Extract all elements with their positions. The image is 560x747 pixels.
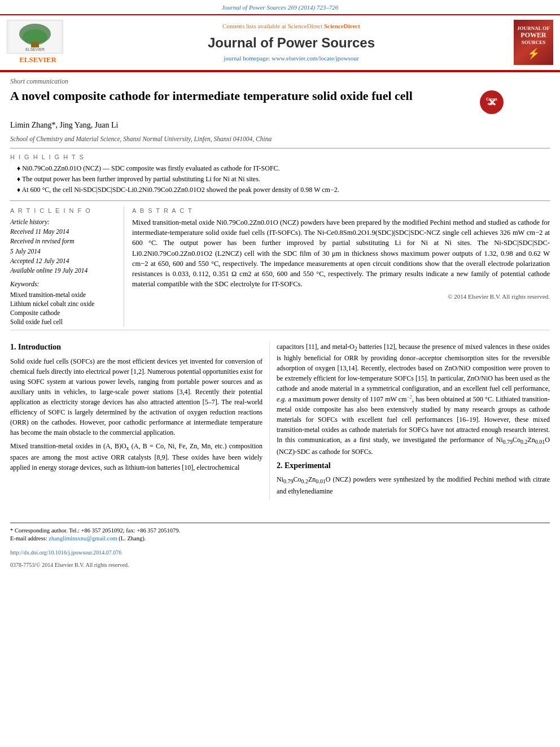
right-para-1: capacitors [11], and metal-O2 batteries … — [277, 342, 550, 457]
journal-reference-bar: Journal of Power Sources 269 (2014) 723–… — [0, 0, 560, 14]
email-label: E-mail address: — [10, 535, 47, 541]
highlight-item-1: Ni0.79Co0.2Zn0.01O (NCZ) — SDC composite… — [10, 164, 550, 173]
accepted-date: Accepted 12 July 2014 — [10, 256, 116, 265]
svg-text:Cross: Cross — [486, 97, 497, 101]
experimental-heading: 2. Experimental — [277, 460, 550, 471]
elsevier-logo-section: ELSEVIER ELSEVIER — [7, 20, 69, 65]
intro-paragraph-1: Solid oxide fuel cells (SOFCs) are the m… — [10, 356, 262, 438]
highlights-section: H I G H L I G H T S Ni0.79Co0.2Zn0.01O (… — [0, 148, 560, 200]
body-section: 1. Introduction Solid oxide fuel cells (… — [0, 334, 560, 500]
right-body-column: capacitors [11], and metal-O2 batteries … — [270, 342, 560, 500]
journal-header: ELSEVIER ELSEVIER Contents lists availab… — [0, 14, 560, 70]
svg-text:ELSEVIER: ELSEVIER — [25, 47, 45, 51]
article-title: A novel composite cathode for intermedia… — [10, 88, 473, 104]
corresponding-text: * Corresponding author. Tel.: +86 357 20… — [10, 527, 550, 535]
crossmark-badge: ✕ Cross Mark — [480, 90, 504, 114]
abstract-column: A B S T R A C T Mixed transition-metal o… — [124, 207, 560, 326]
article-info-column: A R T I C L E I N F O Article history: R… — [0, 207, 124, 326]
email-line: E-mail address: zhangliminsxnu@gmail.com… — [10, 535, 550, 543]
intro-heading: 1. Introduction — [10, 342, 262, 353]
crossmark-icon: ✕ Cross Mark — [480, 90, 504, 114]
sciencedirect-text: Contents lists available at ScienceDirec… — [76, 22, 507, 30]
email-link[interactable]: zhangliminsxnu@gmail.com — [49, 535, 117, 541]
journal-logo-image: JOURNAL OF POWER SOURCES ⚡ — [514, 20, 553, 65]
authors: Limin Zhang*, Jing Yang, Juan Li — [0, 117, 560, 133]
keyword-2: Lithium nickel cobalt zinc oxide — [10, 299, 116, 308]
experimental-para-1: Ni0.79Co0.2Zn0.01O (NCZ) powders were sy… — [277, 474, 550, 496]
copyright-notice: © 2014 Elsevier B.V. All rights reserved… — [132, 292, 550, 301]
article-info-label: A R T I C L E I N F O — [10, 207, 116, 215]
highlight-item-3: At 600 °C, the cell Ni-SDC|SDC|SDC-Li0.2… — [10, 185, 550, 195]
journal-reference-text: Journal of Power Sources 269 (2014) 723–… — [222, 4, 339, 11]
sciencedirect-brand: ScienceDirect — [324, 23, 360, 29]
article-history: Article history: Received 11 May 2014 Re… — [10, 217, 116, 275]
corresponding-author: * Corresponding author. Tel.: +86 357 20… — [10, 523, 550, 547]
article-info-abstract-section: A R T I C L E I N F O Article history: R… — [0, 201, 560, 326]
svg-text:Mark: Mark — [488, 102, 496, 106]
journal-name: Journal of Power Sources — [76, 33, 507, 53]
history-label: Article history: — [10, 217, 116, 226]
journal-logo: JOURNAL OF POWER SOURCES ⚡ — [514, 20, 553, 65]
affiliation: School of Chemistry and Material Science… — [0, 133, 560, 148]
keywords-section: Keywords: Mixed transition-metal oxide L… — [10, 279, 116, 326]
highlights-list: Ni0.79Co0.2Zn0.01O (NCZ) — SDC composite… — [10, 164, 550, 194]
doi-link[interactable]: http://dx.doi.org/10.1016/j.jpowsour.201… — [10, 549, 121, 556]
elsevier-wordmark: ELSEVIER — [7, 55, 69, 65]
footer-issn: 0378-7753/© 2014 Elsevier B.V. All right… — [0, 559, 560, 571]
available-date: Available online 19 July 2014 — [10, 266, 116, 275]
keyword-3: Composite cathode — [10, 308, 116, 317]
elsevier-image: ELSEVIER — [7, 20, 63, 54]
footer-doi: http://dx.doi.org/10.1016/j.jpowsour.201… — [0, 547, 560, 559]
received-date: Received 11 May 2014 — [10, 227, 116, 236]
divider-after-abstract — [10, 330, 550, 330]
svg-rect-3 — [31, 42, 39, 47]
abstract-label: A B S T R A C T — [132, 207, 550, 215]
intro-paragraph-2: Mixed transition-metal oxides in (A, B)O… — [10, 441, 262, 473]
abstract-text: Mixed transition-metal oxide Ni0.79Co0.2… — [132, 217, 550, 289]
email-who: (L. Zhang). — [119, 535, 146, 541]
keywords-label: Keywords: — [10, 279, 116, 289]
keyword-4: Solid oxide fuel cell — [10, 317, 116, 326]
received-revised-date2: 5 July 2014 — [10, 247, 116, 256]
article-type-label: Short communication — [0, 72, 560, 88]
keyword-1: Mixed transition-metal oxide — [10, 290, 116, 299]
received-revised-date: Received in revised form — [10, 237, 116, 246]
homepage-url: journal homepage: www.elsevier.com/locat… — [76, 54, 507, 63]
highlights-label: H I G H L I G H T S — [10, 153, 550, 161]
footnotes-section: * Corresponding author. Tel.: +86 357 20… — [0, 522, 560, 571]
introduction-column: 1. Introduction Solid oxide fuel cells (… — [0, 342, 270, 500]
keywords-list: Mixed transition-metal oxide Lithium nic… — [10, 290, 116, 326]
highlight-item-2: The output power has been further improv… — [10, 174, 550, 184]
journal-title-section: Contents lists available at ScienceDirec… — [76, 22, 507, 63]
